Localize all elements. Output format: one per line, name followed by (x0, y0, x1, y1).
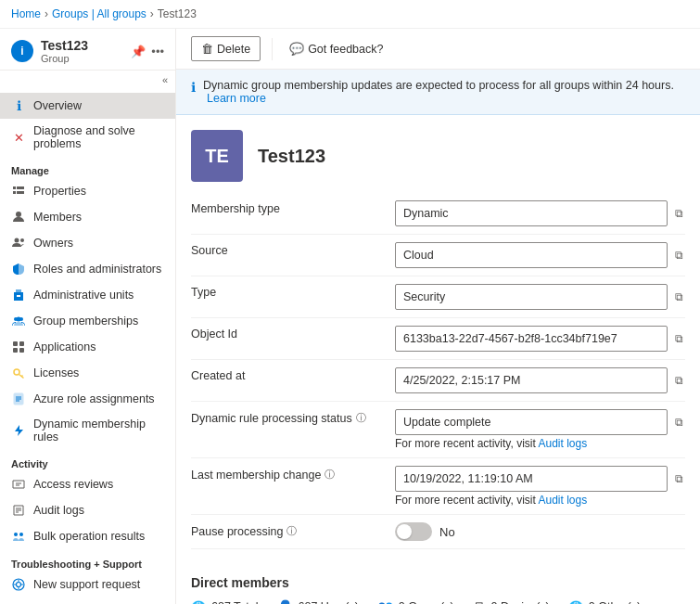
prop-input-last-membership: 10/19/2022, 11:19:10 AM (395, 466, 668, 492)
toggle-knob (397, 524, 412, 539)
globe-icon: 🌐 (191, 600, 206, 605)
audit-logs-link-2[interactable]: Audit logs (538, 494, 587, 507)
delete-button[interactable]: 🗑 Delete (191, 36, 261, 61)
svg-point-23 (17, 583, 21, 587)
svg-rect-2 (13, 191, 16, 194)
svg-point-20 (14, 533, 18, 536)
sidebar-item-audit-logs[interactable]: Audit logs (0, 497, 175, 523)
sidebar-item-group-memberships-label: Group memberships (33, 315, 138, 328)
info-icon: ℹ (11, 98, 26, 113)
banner-learn-more-link[interactable]: Learn more (207, 92, 266, 105)
app-container: Home › Groups | All groups › Test123 i T… (0, 0, 700, 604)
copy-membership-type-btn[interactable]: ⧉ (673, 205, 685, 222)
svg-rect-0 (13, 186, 16, 189)
copy-last-membership-btn[interactable]: ⧉ (673, 470, 685, 487)
svg-rect-1 (17, 186, 24, 189)
sidebar-header: i Test123 Group 📌 ••• (0, 29, 175, 71)
prop-input-membership-type: Dynamic (395, 200, 668, 226)
sidebar-item-bulk-ops-label: Bulk operation results (33, 530, 145, 543)
prop-label-membership-type: Membership type (191, 200, 395, 215)
sidebar: i Test123 Group 📌 ••• « ℹ (0, 29, 176, 604)
stat-users-value: 687 User(s) (299, 600, 359, 604)
sidebar-item-support[interactable]: New support request (0, 572, 175, 598)
sidebar-item-applications-label: Applications (33, 341, 95, 353)
stat-users: 👤 687 User(s) (277, 599, 359, 604)
audit-logs-link-1[interactable]: Audit logs (538, 437, 587, 450)
sidebar-item-applications[interactable]: Applications (0, 334, 175, 360)
sidebar-item-bulk-ops[interactable]: Bulk operation results (0, 523, 175, 549)
prop-value-type: Security ⧉ (395, 284, 685, 310)
sidebar-item-azure-roles[interactable]: Azure role assignments (0, 386, 175, 412)
sidebar-group-name: Test123 (41, 38, 88, 53)
prop-input-created-at: 4/25/2022, 2:15:17 PM (395, 367, 668, 393)
sidebar-item-properties[interactable]: Properties (0, 178, 175, 204)
copy-dynamic-rule-status-btn[interactable]: ⧉ (673, 414, 685, 431)
toolbar: 🗑 Delete 💬 Got feedback? (176, 29, 700, 70)
svg-rect-14 (13, 341, 18, 346)
prop-row-pause-processing: Pause processing ⓘ No (191, 515, 685, 549)
sidebar-item-licenses[interactable]: Licenses (0, 360, 175, 386)
sidebar-item-overview[interactable]: ℹ Overview (0, 93, 175, 119)
sidebar-item-roles[interactable]: Roles and administrators (0, 256, 175, 282)
copy-source-btn[interactable]: ⧉ (673, 247, 685, 263)
support-icon (11, 577, 26, 592)
pause-processing-info-icon[interactable]: ⓘ (286, 524, 297, 538)
svg-rect-10 (19, 295, 20, 297)
copy-created-at-btn[interactable]: ⧉ (673, 372, 685, 389)
svg-point-4 (16, 212, 21, 217)
prop-sub-last-membership: For more recent activity, visit Audit lo… (395, 494, 685, 507)
group-name: Test123 (258, 146, 325, 167)
stat-groups-value: 0 Group(s) (399, 600, 454, 604)
last-membership-info-icon[interactable]: ⓘ (325, 468, 335, 482)
shield-icon (11, 262, 26, 276)
svg-point-6 (20, 238, 24, 242)
sidebar-item-admin-units[interactable]: Administrative units (0, 282, 175, 308)
prop-input-source: Cloud (395, 242, 668, 268)
breadcrumb-current: Test123 (158, 7, 197, 20)
pin-icon[interactable]: 📌 (131, 45, 146, 58)
prop-label-source: Source (191, 242, 395, 257)
activity-section-label: Activity (0, 449, 175, 471)
sidebar-item-group-memberships[interactable]: Group memberships (0, 308, 175, 334)
group-avatar: TE (191, 130, 243, 182)
sidebar-item-azure-roles-label: Azure role assignments (33, 392, 155, 405)
sidebar-actions: 📌 ••• (131, 45, 164, 58)
owners-icon (11, 236, 26, 251)
prop-label-created-at: Created at (191, 367, 395, 382)
user-icon: 👤 (277, 599, 293, 604)
badge-icon (11, 392, 26, 406)
troubleshooting-section-label: Troubleshooting + Support (0, 549, 175, 572)
pause-processing-toggle[interactable] (395, 522, 432, 541)
more-icon[interactable]: ••• (151, 45, 164, 58)
stat-others-value: 0 Other(s) (589, 600, 641, 604)
direct-members-title: Direct members (191, 575, 685, 590)
prop-value-source: Cloud ⧉ (395, 242, 685, 268)
breadcrumb: Home › Groups | All groups › Test123 (0, 0, 700, 29)
svg-rect-8 (16, 289, 21, 293)
others-globe-icon: 🌐 (568, 600, 583, 605)
copy-object-id-btn[interactable]: ⧉ (673, 330, 685, 347)
info-banner: ℹ Dynamic group membership updates are e… (176, 70, 700, 115)
prop-value-membership-type: Dynamic ⧉ (395, 200, 685, 226)
svg-rect-16 (13, 348, 18, 353)
sidebar-item-members[interactable]: Members (0, 204, 175, 230)
svg-point-18 (14, 369, 19, 375)
prop-input-type: Security (395, 284, 668, 310)
svg-rect-9 (17, 295, 19, 297)
prop-value-created-at: 4/25/2022, 2:15:17 PM ⧉ (395, 367, 685, 393)
sidebar-item-support-label: New support request (33, 578, 140, 591)
sidebar-item-dynamic-rules[interactable]: Dynamic membership rules (0, 412, 175, 449)
sidebar-item-owners[interactable]: Owners (0, 230, 175, 256)
breadcrumb-home[interactable]: Home (11, 7, 41, 20)
dynamic-rule-status-info-icon[interactable]: ⓘ (356, 411, 366, 425)
feedback-button[interactable]: 💬 Got feedback? (284, 37, 388, 60)
sidebar-item-properties-label: Properties (33, 185, 86, 198)
main-content: 🗑 Delete 💬 Got feedback? ℹ Dynamic group… (176, 29, 700, 604)
sidebar-item-access-reviews[interactable]: Access reviews (0, 471, 175, 497)
sidebar-item-diagnose[interactable]: ✕ Diagnose and solve problems (0, 119, 175, 156)
sidebar-collapse-btn[interactable]: « (0, 71, 175, 89)
breadcrumb-groups[interactable]: Groups | All groups (52, 7, 146, 20)
copy-type-btn[interactable]: ⧉ (673, 289, 685, 305)
prop-row-object-id: Object Id 6133ba13-22d7-4567-b2f8-1cc34b… (191, 318, 685, 360)
svg-rect-3 (17, 191, 24, 194)
